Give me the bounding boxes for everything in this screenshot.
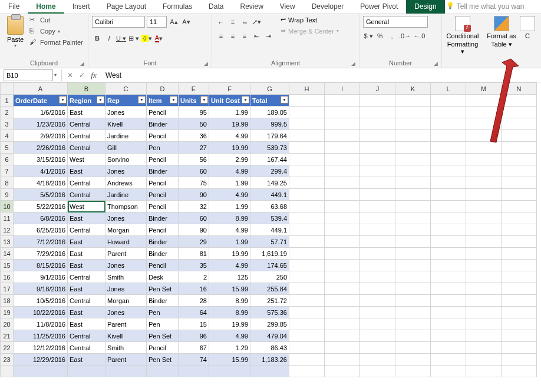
cell[interactable] — [289, 318, 325, 330]
cell[interactable] — [289, 248, 325, 260]
cell[interactable] — [360, 130, 395, 142]
accounting-button[interactable]: $ ▾ — [363, 30, 374, 42]
column-header-A[interactable]: A — [14, 83, 68, 95]
row-header-24[interactable] — [1, 366, 14, 377]
cell[interactable] — [289, 212, 325, 224]
cell[interactable] — [502, 165, 537, 177]
cell[interactable] — [502, 366, 537, 377]
cell-A17[interactable]: 9/18/2016 — [14, 283, 68, 295]
cell-E5[interactable]: 27 — [179, 142, 209, 154]
cell[interactable] — [502, 295, 537, 307]
cell[interactable] — [395, 95, 431, 107]
column-header-M[interactable]: M — [466, 83, 502, 95]
row-header-6[interactable]: 6 — [1, 154, 14, 165]
cell-E6[interactable]: 56 — [179, 154, 209, 165]
cell-C3[interactable]: Kivell — [105, 118, 147, 130]
row-header-10[interactable]: 10 — [1, 201, 14, 212]
cell[interactable] — [289, 142, 325, 154]
cell[interactable] — [360, 154, 395, 165]
cancel-formula-button[interactable]: ✕ — [64, 71, 76, 79]
cell[interactable] — [360, 177, 395, 189]
cell[interactable] — [466, 330, 502, 342]
cell-D20[interactable]: Pen — [147, 318, 179, 330]
row-header-4[interactable]: 4 — [1, 130, 14, 142]
cell[interactable] — [466, 118, 502, 130]
enter-formula-button[interactable]: ✓ — [76, 71, 88, 79]
cell[interactable] — [395, 354, 431, 366]
cell-E16[interactable]: 2 — [179, 271, 209, 283]
cell[interactable] — [466, 342, 502, 354]
cell-E9[interactable]: 90 — [179, 189, 209, 201]
cell-C19[interactable]: Jones — [105, 307, 147, 318]
cell-A10[interactable]: 5/22/2016 — [14, 201, 68, 212]
cell-C5[interactable]: Gill — [105, 142, 147, 154]
cell-D9[interactable]: Pencil — [147, 189, 179, 201]
cell[interactable] — [14, 366, 68, 377]
cell[interactable] — [431, 118, 466, 130]
cell[interactable] — [325, 307, 360, 318]
align-left-button[interactable]: ≡ — [216, 30, 226, 42]
cell-G3[interactable]: 999.5 — [250, 118, 289, 130]
cell[interactable] — [325, 107, 360, 118]
cell[interactable] — [395, 165, 431, 177]
cell-F21[interactable]: 4.99 — [209, 330, 250, 342]
tab-power-pivot[interactable]: Power Pivot — [352, 0, 406, 14]
cell[interactable] — [502, 189, 537, 201]
cell[interactable] — [502, 283, 537, 295]
cell-E11[interactable]: 60 — [179, 212, 209, 224]
cell[interactable] — [466, 224, 502, 236]
cell[interactable] — [360, 107, 395, 118]
cell[interactable] — [395, 142, 431, 154]
cell[interactable] — [395, 118, 431, 130]
cell-B11[interactable]: East — [68, 212, 105, 224]
cell-C4[interactable]: Jardine — [105, 130, 147, 142]
align-right-button[interactable]: ≡ — [239, 30, 250, 42]
cell[interactable] — [289, 307, 325, 318]
cell-C2[interactable]: Jones — [105, 107, 147, 118]
cell[interactable] — [502, 177, 537, 189]
cell[interactable] — [360, 366, 395, 377]
cell-C10[interactable]: Thompson — [105, 201, 147, 212]
cell[interactable] — [502, 107, 537, 118]
align-top-button[interactable]: ⌐ — [216, 16, 226, 28]
cell[interactable] — [325, 354, 360, 366]
cell-G18[interactable]: 251.72 — [250, 295, 289, 307]
cell-B16[interactable]: Central — [68, 271, 105, 283]
format-painter-button[interactable]: 🖌Format Painter — [29, 38, 83, 46]
cell[interactable] — [325, 212, 360, 224]
cell-F11[interactable]: 8.99 — [209, 212, 250, 224]
cell[interactable] — [395, 366, 431, 377]
cell[interactable] — [289, 271, 325, 283]
cell-G4[interactable]: 179.64 — [250, 130, 289, 142]
cell-F15[interactable]: 4.99 — [209, 260, 250, 271]
cell[interactable] — [360, 342, 395, 354]
cell-B14[interactable]: East — [68, 248, 105, 260]
align-middle-button[interactable]: ≡ — [227, 16, 238, 28]
cell[interactable] — [502, 330, 537, 342]
cell[interactable] — [431, 236, 466, 248]
row-header-3[interactable]: 3 — [1, 118, 14, 130]
font-launcher[interactable]: ◢ — [204, 61, 208, 67]
row-header-17[interactable]: 17 — [1, 283, 14, 295]
row-header-15[interactable]: 15 — [1, 260, 14, 271]
cell-F17[interactable]: 15.99 — [209, 283, 250, 295]
cell[interactable] — [502, 130, 537, 142]
cell[interactable] — [325, 165, 360, 177]
cell-F22[interactable]: 1.29 — [209, 342, 250, 354]
cell-A13[interactable]: 7/12/2016 — [14, 236, 68, 248]
cell-A16[interactable]: 9/1/2016 — [14, 271, 68, 283]
cell-F3[interactable]: 19.99 — [209, 118, 250, 130]
cell[interactable] — [325, 130, 360, 142]
cell-G10[interactable]: 63.68 — [250, 201, 289, 212]
cell-B2[interactable]: East — [68, 107, 105, 118]
paste-button[interactable]: Paste ▾ — [4, 16, 27, 48]
column-header-F[interactable]: F — [209, 83, 250, 95]
filter-icon[interactable]: ▼ — [242, 96, 249, 104]
cell-E2[interactable]: 95 — [179, 107, 209, 118]
cell[interactable] — [179, 366, 209, 377]
cell-B12[interactable]: Central — [68, 224, 105, 236]
cell[interactable] — [289, 260, 325, 271]
cell[interactable] — [431, 189, 466, 201]
cell[interactable] — [502, 201, 537, 212]
table-header-unit-cost[interactable]: Unit Cost▼ — [209, 95, 250, 107]
